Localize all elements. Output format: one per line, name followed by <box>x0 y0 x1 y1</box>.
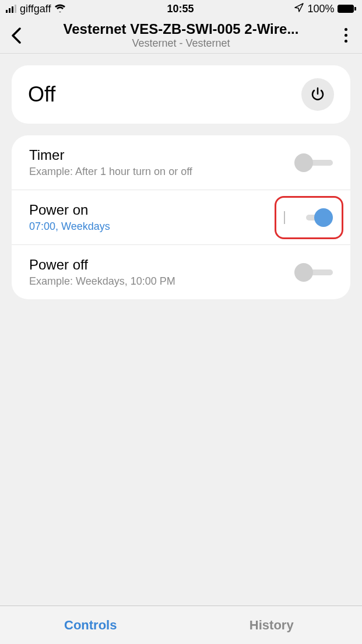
tab-controls[interactable]: Controls <box>0 606 181 644</box>
power-off-title: Power off <box>29 257 175 273</box>
power-icon <box>310 86 326 103</box>
device-state-card: Off <box>12 65 350 124</box>
timer-title: Timer <box>29 147 192 163</box>
power-on-toggle[interactable] <box>294 208 333 227</box>
device-state-label: Off <box>28 82 55 107</box>
power-on-subtitle: 07:00, Weekdays <box>29 220 110 233</box>
more-vertical-icon <box>345 28 347 43</box>
status-left: giffgaff <box>6 3 66 15</box>
power-off-row[interactable]: Power off Example: Weekdays, 10:00 PM <box>12 245 350 299</box>
timer-subtitle: Example: After 1 hour turn on or off <box>29 166 192 178</box>
chevron-left-icon <box>11 27 22 44</box>
status-bar: giffgaff 10:55 100% <box>0 0 362 18</box>
more-menu-button[interactable] <box>334 24 357 47</box>
schedule-card: Timer Example: After 1 hour turn on or o… <box>12 135 350 299</box>
power-off-subtitle: Example: Weekdays, 10:00 PM <box>29 275 175 288</box>
content: Off Timer Example: After 1 hour turn on … <box>0 54 362 606</box>
status-time: 10:55 <box>167 3 194 15</box>
wifi-icon <box>54 3 66 15</box>
header: Vesternet VES-ZB-SWI-005 2-Wire... Veste… <box>0 18 362 54</box>
page-title: Vesternet VES-ZB-SWI-005 2-Wire... <box>29 21 333 37</box>
tab-history[interactable]: History <box>181 606 363 644</box>
power-off-toggle[interactable] <box>294 263 333 282</box>
power-on-title: Power on <box>29 202 110 218</box>
page-subtitle: Vesternet - Vesternet <box>29 37 333 50</box>
battery-pct: 100% <box>307 3 334 15</box>
power-on-row[interactable]: Power on 07:00, Weekdays <box>12 190 350 245</box>
cellular-signal-icon <box>6 5 16 13</box>
battery-icon <box>338 5 356 13</box>
back-button[interactable] <box>5 24 28 47</box>
power-button[interactable] <box>301 78 334 111</box>
tab-bar: Controls History <box>0 606 362 644</box>
timer-row[interactable]: Timer Example: After 1 hour turn on or o… <box>12 135 350 190</box>
carrier-label: giffgaff <box>20 3 51 15</box>
timer-toggle[interactable] <box>294 153 333 172</box>
toggle-tick-icon <box>284 211 285 224</box>
header-titles: Vesternet VES-ZB-SWI-005 2-Wire... Veste… <box>29 21 333 50</box>
location-icon <box>294 3 304 15</box>
status-right: 100% <box>294 3 356 15</box>
